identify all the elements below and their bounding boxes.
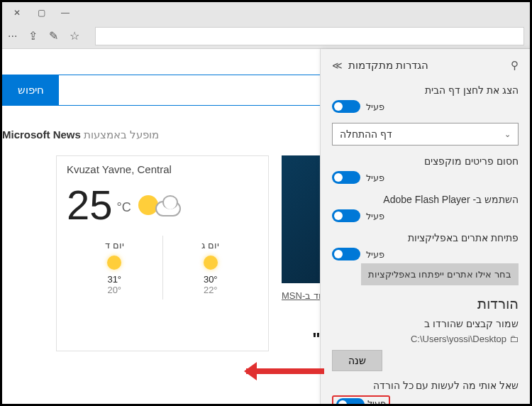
folder-icon: 🗀 (509, 334, 519, 344)
browser-toolbar: ··· ⇪ ✎ ☆ (2, 23, 530, 49)
address-bar[interactable] (95, 27, 524, 45)
maximize-icon[interactable]: ▢ (29, 2, 53, 23)
chevron-right-icon[interactable]: ≫ (332, 60, 343, 71)
start-page-dropdown[interactable]: ⌄ דף ההתחלה (332, 123, 519, 146)
setting-open-in-apps: פתיחת אתרים באפליקציות פעיל בחר אילו אתר… (332, 232, 519, 285)
settings-panel: ⚲ הגדרות מתקדמות ≫ הצג את לחצן דף הבית פ… (320, 49, 530, 404)
forecast-day: יום ג 30° 22° (163, 236, 259, 300)
setting-popup-blocker: חסום פריטים מוקפצים פעיל (332, 155, 519, 184)
setting-ask-download: שאל אותי מה לעשות עם כל הורדה פעיל (332, 380, 519, 404)
minimize-icon[interactable]: — (53, 2, 77, 23)
weather-unit: °C (117, 200, 131, 215)
favorites-icon[interactable]: ☆ (70, 29, 79, 43)
toggle-apps[interactable] (332, 248, 360, 260)
search-button[interactable]: חיפוש (2, 75, 59, 106)
more-icon[interactable]: ··· (8, 30, 17, 43)
downloads-heading: הורדות (332, 295, 519, 312)
change-folder-button[interactable]: שנה (332, 350, 382, 371)
sun-icon (138, 195, 158, 215)
notes-icon[interactable]: ✎ (49, 29, 58, 43)
toggle-popups[interactable] (332, 171, 360, 184)
sun-icon (107, 256, 121, 270)
share-icon[interactable]: ⇪ (28, 29, 38, 43)
downloads-save-label: שמור קבצים שהורדו ב (332, 318, 519, 329)
setting-home-button: הצג את לחצן דף הבית פעיל (332, 84, 519, 113)
toggle-home-button[interactable] (332, 100, 360, 113)
forecast-day: יום ד 31° 20° (67, 236, 163, 300)
pin-icon[interactable]: ⚲ (511, 59, 519, 72)
weather-temp: 25 (67, 181, 113, 229)
chevron-down-icon: ⌄ (504, 130, 511, 139)
annotation-arrow (246, 368, 324, 374)
sun-icon (204, 256, 218, 270)
window-titlebar: ✕ ▢ — (2, 2, 530, 23)
choose-sites-button[interactable]: בחר אילו אתרים ייפתחו באפליקציות (361, 263, 519, 285)
downloads-path: C:\Users\yossi\Desktop 🗀 (332, 334, 519, 344)
cloud-icon (155, 201, 181, 216)
powered-by-label: מופעל באמצעות Microsoft News (2, 128, 159, 141)
setting-flash: השתמש ב- Adobe Flash Player פעיל (332, 194, 519, 222)
close-icon[interactable]: ✕ (5, 2, 29, 23)
panel-title: הגדרות מתקדמות ≫ (332, 59, 428, 72)
weather-location: Kvuzat Yavne, Central (67, 163, 258, 175)
toggle-ask-download[interactable] (336, 398, 365, 404)
weather-card[interactable]: Kvuzat Yavne, Central 25 °C יום ג 30° 22… (56, 155, 269, 351)
toggle-flash[interactable] (332, 209, 360, 222)
